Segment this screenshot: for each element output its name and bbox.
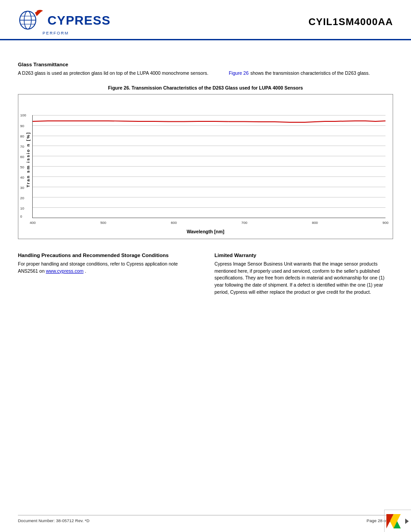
x-tick-600: 600: [171, 221, 177, 225]
cypress-logo-icon: [18, 8, 45, 33]
y-tick-20: 20: [20, 196, 24, 200]
chart-container: Tran sm issio n [%] 100 90 80: [18, 94, 393, 239]
chart-plot: 100 90 80 70 60 50 40 30 20 10 0 400 500…: [32, 115, 385, 218]
x-tick-700: 700: [241, 221, 247, 225]
cypress-link[interactable]: www.cypress.com: [46, 268, 83, 274]
y-axis-label: Tran sm issio n [%]: [26, 132, 30, 188]
glass-body-text1: A D263 glass is used as protection glass…: [18, 70, 208, 76]
y-tick-30: 30: [20, 186, 24, 190]
product-code: CYIL1SM4000AA: [308, 16, 393, 28]
y-tick-40: 40: [20, 176, 24, 180]
glass-body-right: Figure 26 shows the transmission charact…: [229, 70, 393, 79]
limited-warranty-col: Limited Warranty Cypress Image Sensor Bu…: [214, 253, 393, 298]
nav-arrow-icon[interactable]: [403, 518, 411, 525]
glass-transmittance-heading: Glass Transmittance: [18, 62, 393, 67]
y-tick-60: 60: [20, 155, 24, 159]
y-tick-0: 0: [20, 215, 22, 219]
glass-transmittance-section: Glass Transmittance A D263 glass is used…: [18, 62, 393, 79]
logo-wrapper: CYPRESS: [18, 8, 111, 33]
warranty-body: Cypress Image Sensor Business Unit warra…: [214, 261, 393, 296]
x-axis-label: Wavelength [nm]: [26, 229, 385, 234]
y-tick-100: 100: [20, 113, 26, 117]
x-tick-800: 800: [312, 221, 318, 225]
x-tick-900: 900: [382, 221, 388, 225]
logo-area: CYPRESS PERFORM: [18, 8, 111, 35]
handling-heading: Handling Precautions and Recommended Sto…: [18, 253, 197, 258]
handling-body: For proper handling and storage conditio…: [18, 261, 197, 275]
bottom-sections: Handling Precautions and Recommended Sto…: [18, 253, 393, 298]
page-footer: Document Number: 38-05712 Rev. *D Page 2…: [18, 515, 393, 523]
x-tick-400: 400: [30, 221, 35, 225]
figure-reference: Figure 26: [229, 70, 248, 77]
x-tick-500: 500: [100, 221, 106, 225]
handling-precautions-col: Handling Precautions and Recommended Sto…: [18, 253, 197, 298]
glass-intro-row: A D263 glass is used as protection glass…: [18, 70, 393, 79]
warranty-heading: Limited Warranty: [214, 253, 393, 258]
page-header: CYPRESS PERFORM CYIL1SM4000AA: [0, 0, 411, 40]
y-tick-10: 10: [20, 206, 24, 210]
doc-number: Document Number: 38-05712 Rev. *D: [18, 518, 90, 523]
y-tick-50: 50: [20, 165, 24, 169]
cypress-logo-text: CYPRESS: [47, 13, 111, 28]
logo-perform-text: PERFORM: [43, 31, 69, 35]
svg-marker-8: [405, 519, 409, 524]
cypress-y-icon: [385, 513, 402, 529]
figure-caption: Figure 26. Transmission Characteristics …: [18, 85, 393, 90]
chart-inner: Tran sm issio n [%] 100 90 80: [26, 102, 385, 218]
glass-body-text2: shows the transmission characteristics o…: [250, 70, 370, 77]
main-content: Glass Transmittance A D263 glass is used…: [0, 40, 411, 298]
glass-body-left: A D263 glass is used as protection glass…: [18, 70, 224, 79]
y-tick-70: 70: [20, 145, 24, 149]
y-tick-90: 90: [20, 124, 24, 128]
bottom-right-icon: [384, 510, 411, 532]
y-tick-80: 80: [20, 134, 24, 138]
chart-svg: [33, 115, 385, 218]
